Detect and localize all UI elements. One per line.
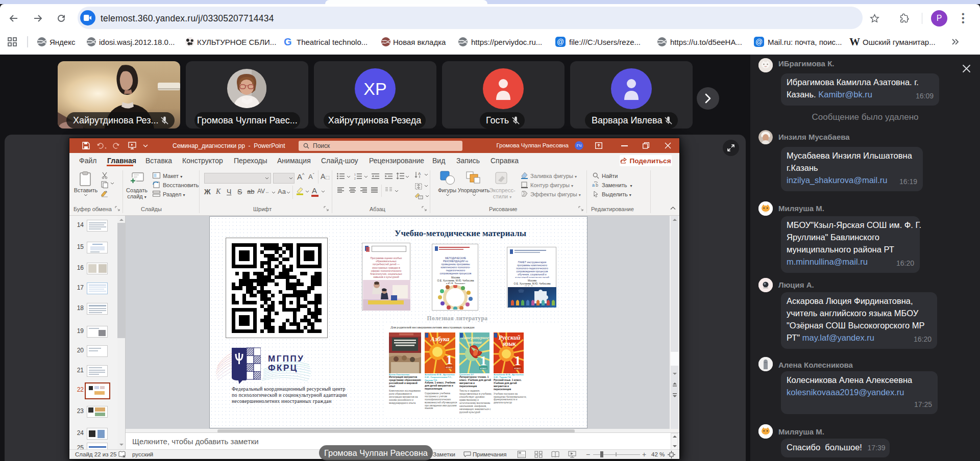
svg-text:a: a [592,183,595,188]
svg-text:класс: класс [446,366,453,369]
svg-text:b: b [596,183,598,188]
svg-text:язык: язык [502,340,516,347]
svg-text:класс: класс [480,367,487,370]
svg-text:2: 2 [354,177,356,180]
svg-text:1: 1 [354,173,356,176]
svg-text:чтение: чтение [468,340,482,345]
svg-text:Азбука: Азбука [430,336,449,343]
svg-text:класс: класс [514,367,521,370]
svg-text:A: A [418,171,421,176]
